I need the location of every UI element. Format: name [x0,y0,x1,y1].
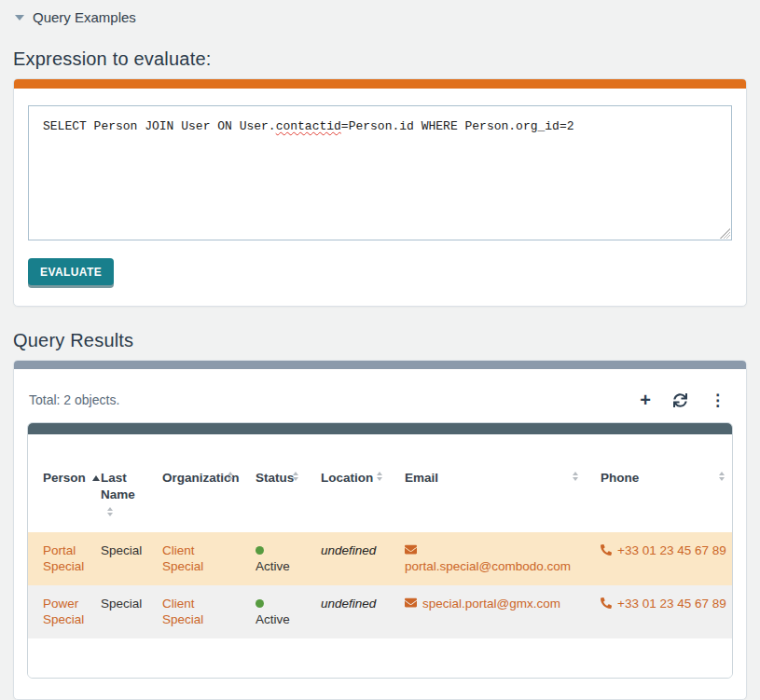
column-header-last-name[interactable]: Last Name [86,434,147,532]
sort-icon[interactable] [107,507,113,516]
sort-icon[interactable] [377,472,382,481]
location-value: undefined [321,543,376,557]
column-header-person[interactable]: Person [28,434,86,532]
envelope-icon [405,597,417,609]
person-cell: Power Special [28,585,86,638]
query-examples-section-header[interactable]: Query Examples [0,0,760,25]
phone-cell: +33 01 23 45 67 89 [586,532,732,585]
results-accent-bar [14,361,746,369]
section-title: Query Examples [33,9,136,25]
sort-icon[interactable] [293,472,298,481]
column-header-location[interactable]: Location [306,434,390,532]
email-cell: portal.special@combodo.com [390,532,586,585]
location-cell: undefined [306,532,390,585]
evaluate-button[interactable]: EVALUATE [28,258,114,285]
last-name-cell: Special [86,532,147,585]
status-active-dot [256,546,264,555]
refresh-icon[interactable] [673,393,687,407]
results-panel: Total: 2 objects. + ⋮ Person [13,360,747,700]
email-cell: special.portal@gmx.com [390,585,586,638]
status-active-dot [256,599,264,608]
person-cell: Portal Special [28,532,86,585]
query-text-before: SELECT Person JOIN User ON User. [43,119,276,133]
organization-link[interactable]: Client Special [162,543,203,574]
table-top-bar [28,423,732,434]
status-cell: Active [241,585,306,638]
collapse-triangle-icon [15,15,24,21]
person-link[interactable]: Power Special [43,597,84,627]
results-table-container: Person Last Name Organization Status Loc [27,422,733,679]
results-table: Person Last Name Organization Status Loc [28,434,732,638]
location-value: undefined [321,597,376,611]
total-objects-label: Total: 2 objects. [29,392,119,407]
status-label: Active [256,559,290,573]
add-icon[interactable]: + [640,391,651,409]
organization-link[interactable]: Client Special [162,597,203,627]
sort-icon[interactable] [573,472,578,481]
query-expression-input[interactable]: SELECT Person JOIN User ON User.contacti… [28,105,732,240]
results-toolbar: Total: 2 objects. + ⋮ [29,391,731,409]
column-header-phone[interactable]: Phone [586,434,732,532]
phone-icon [601,544,612,556]
status-label: Active [256,612,290,626]
column-header-status[interactable]: Status [241,434,306,532]
expression-heading: Expression to evaluate: [13,48,747,70]
results-heading: Query Results [13,330,747,351]
table-row[interactable]: Portal Special Special Client Special Ac… [28,532,732,585]
phone-icon [601,597,612,609]
expression-panel: SELECT Person JOIN User ON User.contacti… [13,78,747,307]
table-header-row: Person Last Name Organization Status Loc [28,434,732,532]
organization-cell: Client Special [147,585,241,638]
sort-icon[interactable] [719,472,725,481]
phone-cell: +33 01 23 45 67 89 [586,585,732,638]
organization-cell: Client Special [147,532,241,585]
column-header-email[interactable]: Email [390,434,586,532]
email-link[interactable]: special.portal@gmx.com [422,597,560,611]
column-header-organization[interactable]: Organization [147,434,241,532]
query-text-misspelled: contactid [276,119,341,133]
table-empty-space [28,638,732,678]
table-row[interactable]: Power Special Special Client Special Act… [28,585,732,638]
last-name-cell: Special [86,585,147,638]
more-options-icon[interactable]: ⋮ [710,392,725,408]
textarea-resize-grip[interactable] [720,228,730,239]
email-link[interactable]: portal.special@combodo.com [405,559,571,573]
sort-icon[interactable] [228,472,233,481]
panel-accent-bar [14,79,746,89]
query-text-after: =Person.id WHERE Person.org_id=2 [341,119,574,133]
envelope-icon [405,543,417,556]
phone-value: +33 01 23 45 67 89 [617,543,726,557]
phone-value: +33 01 23 45 67 89 [617,597,726,611]
person-link[interactable]: Portal Special [43,543,84,574]
location-cell: undefined [306,585,390,638]
status-cell: Active [241,532,306,585]
